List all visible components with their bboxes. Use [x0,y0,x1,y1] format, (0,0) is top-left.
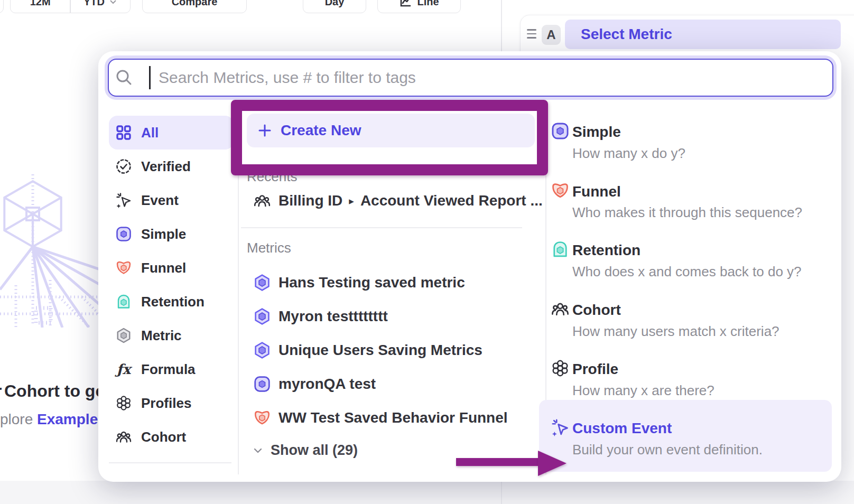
compare-button[interactable]: Compare [142,0,247,13]
empty-state-headline-fragment: Cohort to ge [4,381,105,401]
explore-prefix: plore [0,411,37,427]
sidebar-item-cohort[interactable]: Cohort [109,420,234,454]
select-metric-pill[interactable]: Select Metric [565,20,841,49]
sidebar-item-metric[interactable]: Metric [109,319,234,352]
empty-state-wireframe-illustration [0,174,103,328]
type-custom-event-title[interactable]: Custom Event [572,420,672,437]
search-input[interactable] [108,59,833,97]
metric-selector-screen: 12M YTD Compare Day Line A Select Metric [0,0,854,504]
recent-item-billing[interactable]: Billing ID ▸ Account Viewed Report ... [253,189,543,213]
chevron-down-icon [252,444,264,457]
type-retention-description: Who does x and comes back to do y? [572,264,802,280]
event-cursor-icon [115,192,132,209]
cohort-people-icon [115,428,132,445]
sidebar-item-label: Metric [141,328,182,344]
saved-metric-hexagon-icon [253,274,271,292]
simple-icon [551,122,570,141]
metric-hexagon-icon [115,327,132,344]
retention-icon [115,293,132,310]
verified-badge-icon [115,158,132,175]
type-funnel-title[interactable]: Funnel [572,183,621,200]
saved-metric-hexagon-icon [253,341,271,359]
sidebar-item-formula[interactable]: ƒx Formula [109,352,234,386]
drag-handle-icon[interactable] [527,29,536,40]
sidebar-item-label: Funnel [141,260,186,276]
toolbar-button-fragment[interactable] [0,0,4,13]
sidebar-item-label: Simple [141,226,186,242]
chevron-down-icon [109,0,117,6]
sidebar-item-event[interactable]: Event [109,183,234,217]
retention-icon [551,240,570,259]
sidebar-item-retention[interactable]: Retention [109,285,234,319]
cohort-people-icon [253,192,271,210]
empty-state-explore-line: plore Example I [0,411,106,428]
profiles-cluster-icon [115,395,132,412]
date-range-segmented-control: 12M YTD [10,0,131,13]
sidebar-item-label: Retention [141,294,205,310]
sidebar-item-label: Event [141,192,179,209]
sidebar-item-label: Verified [141,158,191,175]
grid-icon [115,124,132,141]
sidebar-item-label: All [141,125,159,141]
recent-item-name: Account Viewed Report ... [360,192,543,209]
funnel-icon [253,409,271,427]
metrics-section-label: Metrics [247,240,291,256]
sidebar-item-simple[interactable]: Simple [109,217,234,251]
sidebar-item-label: Formula [141,361,196,378]
annotation-rectangle-create-new [231,100,548,175]
middle-column-divider [241,227,522,228]
show-all-label: Show all (29) [271,442,358,459]
sidebar-item-funnel[interactable]: Funnel [109,251,234,285]
sidebar-item-profiles[interactable]: Profiles [109,386,234,420]
breadcrumb-triangle-icon: ▸ [349,195,354,207]
annotation-arrow-tail [456,458,539,466]
line-chart-icon [399,0,412,8]
sidebar-divider [109,462,231,463]
sidebar-item-all[interactable]: All [109,116,234,150]
type-cohort-description: How many users match x criteria? [572,323,779,340]
simple-icon [253,375,271,393]
cohort-people-icon [551,300,570,319]
profiles-cluster-icon [551,359,570,378]
range-12m-button[interactable]: 12M [11,0,70,13]
headline-cut-letter: r [0,381,2,401]
type-custom-event-description: Build your own event definition. [572,442,763,458]
search-icon [115,69,133,87]
recent-item-source: Billing ID [279,192,342,209]
sidebar-item-label: Tags [141,482,172,482]
formula-fx-icon: ƒx [115,361,132,378]
sidebar-item-label: Profiles [141,395,191,412]
metric-row-label: A [542,25,561,45]
simple-icon [115,226,132,242]
type-cohort-title[interactable]: Cohort [572,302,621,319]
sidebar-item-tags-partial[interactable]: Tags [109,464,234,482]
funnel-icon [115,259,132,276]
saved-metric-hexagon-icon [253,307,271,325]
type-retention-title[interactable]: Retention [572,242,640,259]
example-link[interactable]: Example I [37,411,106,427]
text-cursor [149,66,151,89]
sidebar-item-verified[interactable]: Verified [109,150,234,183]
type-profile-description: How many x are there? [572,382,714,399]
range-ytd-button[interactable]: YTD [71,0,130,13]
annotation-arrow-head [538,451,567,476]
metric-list-item[interactable]: myronQA test [253,374,376,395]
sidebar-item-label: Cohort [141,429,186,445]
line-chart-type-button[interactable]: Line [377,0,461,13]
bottom-app-strip [0,481,854,504]
metric-list-item[interactable]: Myron testttttttt [253,306,388,327]
tag-icon [115,481,132,482]
show-all-toggle[interactable]: Show all (29) [252,442,358,459]
type-simple-description: How many x do y? [572,145,685,162]
metric-list-item[interactable]: Hans Testing saved metric [253,272,465,293]
type-simple-title[interactable]: Simple [572,124,621,141]
custom-event-icon [551,418,570,437]
type-funnel-description: Who makes it through this sequence? [572,204,802,221]
metric-list-item[interactable]: Unique Users Saving Metrics [253,340,482,361]
funnel-icon [551,181,570,200]
type-profile-title[interactable]: Profile [572,361,618,378]
day-granularity-button[interactable]: Day [303,0,366,13]
metric-list-item[interactable]: WW Test Saved Behavior Funnel [253,407,508,428]
